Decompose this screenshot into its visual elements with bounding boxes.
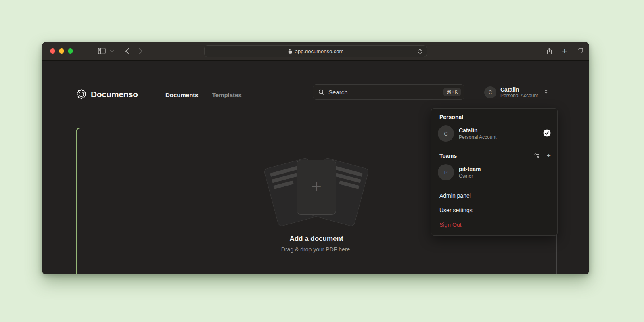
share-icon[interactable] <box>546 47 553 55</box>
reload-icon[interactable] <box>417 48 423 54</box>
account-menu-button[interactable]: C Catalin Personal Account <box>484 86 549 98</box>
menu-item-sign-out[interactable]: Sign Out <box>431 217 557 232</box>
app-content: Documenso Documents Templates ⌘+K C Cata… <box>42 61 589 274</box>
zoom-window-button[interactable] <box>68 48 73 54</box>
sidebar-toggle-icon[interactable] <box>98 48 106 54</box>
account-name: Catalin <box>500 86 538 93</box>
personal-section-label: Personal <box>431 109 557 125</box>
selected-check-icon <box>543 129 551 138</box>
teams-section-header: Teams + <box>431 147 557 163</box>
search-icon <box>318 89 325 96</box>
menu-item-admin-panel[interactable]: Admin panel <box>431 188 557 203</box>
back-icon[interactable] <box>125 48 130 55</box>
nav-templates[interactable]: Templates <box>212 92 242 98</box>
account-avatar: C <box>484 86 496 98</box>
menu-links: Admin panel User settings Sign Out <box>431 186 557 232</box>
account-type: Personal Account <box>500 93 538 98</box>
account-text: Catalin Personal Account <box>500 86 538 98</box>
minimize-window-button[interactable] <box>59 48 64 54</box>
tab-overview-icon[interactable] <box>576 48 583 55</box>
toolbar-right-icons: + <box>546 47 583 55</box>
nav-documents[interactable]: Documents <box>165 92 199 98</box>
browser-window: app.documenso.com + <box>42 42 589 274</box>
plus-icon: + <box>311 178 322 195</box>
manage-teams-icon[interactable] <box>533 153 540 159</box>
personal-text: Catalin Personal Account <box>459 127 496 140</box>
team-item[interactable]: P pit-team Owner <box>431 163 557 186</box>
new-tab-icon[interactable]: + <box>562 47 567 55</box>
brand-name: Documenso <box>91 90 138 99</box>
dropzone-subtitle: Drag & drop your PDF here. <box>281 246 351 253</box>
sidebar-chevron-down-icon[interactable] <box>110 50 114 53</box>
create-team-icon[interactable]: + <box>546 152 551 159</box>
main-nav: Documents Templates <box>165 92 242 98</box>
team-name: pit-team <box>459 166 481 173</box>
close-window-button[interactable] <box>50 48 55 54</box>
traffic-lights <box>50 48 73 54</box>
documenso-logo-icon <box>76 89 87 100</box>
search-shortcut-badge: ⌘+K <box>443 88 461 96</box>
personal-account-item[interactable]: C Catalin Personal Account <box>431 125 557 147</box>
team-role: Owner <box>459 173 481 179</box>
search-input[interactable] <box>328 89 443 96</box>
search-box[interactable]: ⌘+K <box>313 84 464 100</box>
lock-icon <box>288 48 293 54</box>
dropzone-title: Add a document <box>289 235 343 243</box>
chevron-up-down-icon <box>544 88 549 96</box>
document-card-center: + <box>297 160 336 215</box>
teams-header-icons: + <box>533 152 551 159</box>
personal-name: Catalin <box>459 127 496 134</box>
browser-toolbar: app.documenso.com + <box>42 42 589 61</box>
menu-item-user-settings[interactable]: User settings <box>431 203 557 217</box>
personal-type: Personal Account <box>459 134 496 140</box>
dropzone-illustration: + <box>264 157 369 226</box>
address-bar[interactable]: app.documenso.com <box>204 45 427 57</box>
url-text: app.documenso.com <box>295 48 344 54</box>
forward-icon[interactable] <box>138 48 143 55</box>
teams-section-label: Teams <box>439 153 457 159</box>
brand[interactable]: Documenso <box>76 89 138 100</box>
personal-avatar: C <box>438 125 454 142</box>
account-dropdown-menu: Personal C Catalin Personal Account Team… <box>431 108 558 236</box>
team-avatar: P <box>438 164 454 180</box>
team-text: pit-team Owner <box>459 166 481 179</box>
